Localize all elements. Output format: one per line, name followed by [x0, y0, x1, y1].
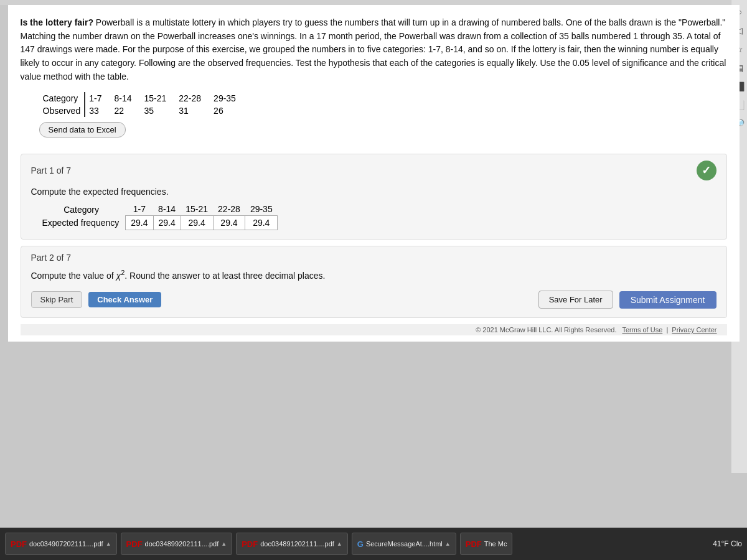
- taskbar-item-1[interactable]: PDF doc034907202111....pdf ▲: [5, 533, 117, 555]
- part-1-label: Part 1 of 7: [31, 166, 72, 175]
- skip-part-button[interactable]: Skip Part: [31, 291, 83, 308]
- taskbar-label-3: doc034891202111....pdf: [260, 540, 334, 548]
- cat-3-header: 15-21: [140, 92, 175, 105]
- taskbar-item-4[interactable]: G SecureMessageAt....html ▲: [352, 533, 456, 555]
- exp-val-3: 29.4: [181, 216, 213, 230]
- expected-freq-label: Expected frequency: [37, 216, 126, 230]
- obs-val-5: 26: [210, 105, 245, 117]
- observed-data-section: Category 1-7 8-14 15-21 22-28 29-35 Obse…: [39, 92, 727, 145]
- cat-2-header: 8-14: [110, 92, 140, 105]
- send-to-excel-button[interactable]: Send data to Excel: [39, 122, 126, 138]
- exp-val-1: 29.4: [126, 216, 153, 230]
- taskbar-arrow-4: ▲: [445, 541, 451, 547]
- expected-header-row: Category 1-7 8-14 15-21 22-28 29-35: [37, 203, 278, 216]
- exp-cat-3-header: 15-21: [181, 203, 213, 216]
- exp-cat-5-header: 29-35: [245, 203, 278, 216]
- chi-sq-symbol: χ: [116, 271, 121, 281]
- copyright-bar: © 2021 McGraw Hill LLC. All Rights Reser…: [21, 324, 727, 335]
- obs-val-3: 35: [140, 105, 175, 117]
- problem-bold: Is the lottery fair?: [21, 17, 93, 27]
- exp-cat-2-header: 8-14: [153, 203, 181, 216]
- taskbar-arrow-3: ▲: [337, 541, 342, 547]
- weather-text: 41°F Clo: [713, 539, 742, 548]
- exp-cat-4-header: 22-28: [213, 203, 245, 216]
- part-2-instruction: Compute the value of χ2. Round the answe…: [31, 269, 716, 281]
- submit-assignment-button[interactable]: Submit Assignment: [619, 291, 716, 309]
- taskbar-item-2[interactable]: PDF doc034899202111....pdf ▲: [121, 533, 233, 555]
- obs-val-1: 33: [85, 105, 110, 117]
- part-2-header: Part 2 of 7: [31, 253, 716, 263]
- footer-right-buttons: Save For Later Submit Assignment: [538, 291, 716, 309]
- obs-val-2: 22: [110, 105, 140, 117]
- taskbar-arrow-1: ▲: [106, 541, 111, 547]
- taskbar-label-4: SecureMessageAt....html: [366, 540, 443, 548]
- exp-val-2: 29.4: [153, 216, 181, 230]
- copyright-text: © 2021 McGraw Hill LLC. All Rights Reser…: [476, 326, 616, 334]
- obs-val-4: 31: [175, 105, 210, 117]
- observed-values-row: Observed 33 22 35 31 26: [39, 105, 245, 117]
- taskbar-label-5: The Mc: [484, 540, 507, 548]
- part-2-section: Part 2 of 7 Compute the value of χ2. Rou…: [21, 246, 727, 318]
- privacy-center-link[interactable]: Privacy Center: [672, 326, 716, 334]
- cat-1-header: 1-7: [85, 92, 110, 105]
- check-answer-button[interactable]: Check Answer: [88, 292, 161, 307]
- chrome-icon-4: G: [357, 539, 364, 549]
- pdf-icon-1: PDF: [11, 539, 27, 549]
- exp-val-4: 29.4: [213, 216, 245, 230]
- expected-frequency-table: Category 1-7 8-14 15-21 22-28 29-35 Expe…: [37, 203, 278, 230]
- taskbar-item-3[interactable]: PDF doc034891202111....pdf ▲: [236, 533, 348, 555]
- taskbar: PDF doc034907202111....pdf ▲ PDF doc0348…: [0, 528, 747, 560]
- taskbar-label-1: doc034907202111....pdf: [29, 540, 103, 548]
- pdf-icon-2: PDF: [126, 539, 143, 549]
- save-for-later-button[interactable]: Save For Later: [538, 291, 613, 309]
- part-1-complete-icon: ✓: [697, 161, 716, 180]
- observed-label: Observed: [39, 105, 85, 117]
- expected-cat-label: Category: [37, 203, 126, 216]
- exp-cat-1-header: 1-7: [126, 203, 153, 216]
- main-content: Is the lottery fair? Powerball is a mult…: [8, 5, 740, 342]
- part-2-label: Part 2 of 7: [31, 253, 72, 263]
- part-1-header: Part 1 of 7 ✓: [31, 161, 716, 180]
- terms-of-use-link[interactable]: Terms of Use: [622, 326, 662, 334]
- taskbar-label-2: doc034899202111....pdf: [145, 540, 219, 548]
- cat-4-header: 22-28: [175, 92, 210, 105]
- pdf-icon-3: PDF: [242, 539, 258, 549]
- observed-header-row: Category 1-7 8-14 15-21 22-28 29-35: [39, 92, 245, 105]
- pdf-icon-5: PDF: [466, 539, 482, 549]
- weather-info: 41°F Clo: [713, 539, 742, 548]
- expected-values-row: Expected frequency 29.4 29.4 29.4 29.4 2…: [37, 216, 278, 230]
- exp-val-5: 29.4: [245, 216, 278, 230]
- taskbar-item-5[interactable]: PDF The Mc: [460, 533, 513, 555]
- observed-table: Category 1-7 8-14 15-21 22-28 29-35 Obse…: [39, 92, 245, 117]
- taskbar-arrow-2: ▲: [221, 541, 227, 547]
- part-2-action-buttons: Skip Part Check Answer: [31, 291, 162, 308]
- cat-5-header: 29-35: [210, 92, 245, 105]
- part-1-section: Part 1 of 7 ✓ Compute the expected frequ…: [21, 154, 727, 240]
- problem-text: Is the lottery fair? Powerball is a mult…: [21, 16, 727, 83]
- problem-intro: Powerball is a multistate lottery in whi…: [21, 17, 726, 82]
- part-1-instruction: Compute the expected frequencies.: [31, 187, 716, 197]
- category-label: Category: [39, 92, 85, 105]
